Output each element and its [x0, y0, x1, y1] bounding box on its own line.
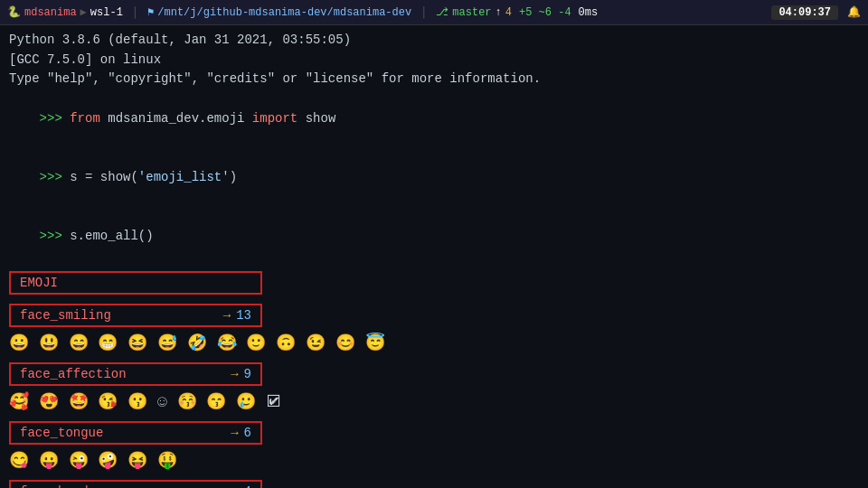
help-line: Type "help", "copyright", "credits" or "… — [9, 70, 859, 89]
clock: 04:09:37 — [771, 5, 838, 20]
sep3: │ — [420, 6, 427, 19]
path: /mnt/j/github-mdsanima-dev/mdsanima-dev — [157, 6, 411, 19]
face-tongue-label: face_tongue — [20, 426, 103, 440]
git-stats: +5 ~6 -4 — [519, 6, 571, 19]
face-tongue-emojis: 😋 😛 😜 🤪 😝 🤑 — [9, 448, 859, 474]
python-icon: 🐍 — [7, 5, 21, 19]
import-line: >>> from mdsanima_dev.emoji import show — [9, 89, 859, 148]
branch: master — [452, 6, 491, 19]
face-hand-section: face_hand → 4 🤗 🤭 🤫 😶 — [9, 480, 859, 488]
bell-icon: 🔔 — [847, 5, 861, 19]
arrow-up: ↑ — [495, 6, 502, 19]
count-hand: 4 — [244, 484, 251, 488]
face-hand-label: face_hand — [20, 484, 89, 488]
username: mdsanima — [24, 6, 77, 19]
commits: 4 — [505, 6, 512, 19]
branch-icon: ⎇ — [436, 5, 448, 19]
face-tongue-section: face_tongue → 6 😋 😛 😜 🤪 😝 🤑 — [9, 421, 859, 474]
face-tongue-count-group: → 6 — [231, 426, 251, 440]
show-line: >>> s = show('emoji_list') — [9, 148, 859, 207]
sep1: ▶ — [80, 5, 87, 19]
arrow-tongue: → — [231, 426, 238, 440]
ms-label: 0ms — [579, 6, 599, 19]
python-version-line: Python 3.8.6 (default, Jan 31 2021, 03:5… — [9, 31, 859, 51]
face-smiling-count-group: → 13 — [223, 308, 251, 323]
arrow-smiling: → — [223, 308, 231, 323]
count-tongue: 6 — [244, 426, 251, 440]
face-smiling-box: face_smiling → 13 — [9, 304, 262, 327]
face-hand-count-group: → 4 — [231, 484, 251, 488]
emoji-title-text: EMOJI — [20, 276, 58, 290]
count-affection: 9 — [244, 367, 251, 381]
emo-all-line: >>> s.emo_all() — [9, 207, 859, 266]
face-smiling-label: face_smiling — [20, 308, 111, 323]
path-icon: ⚑ — [147, 5, 154, 19]
prompt2: >>> — [40, 170, 71, 184]
wsl-label: wsl-1 — [90, 6, 123, 19]
count-smiling: 13 — [236, 308, 251, 323]
prompt3: >>> — [40, 229, 71, 243]
face-affection-count-group: → 9 — [231, 367, 251, 381]
sep2: │ — [132, 6, 138, 19]
face-affection-box: face_affection → 9 — [9, 362, 262, 386]
face-affection-emojis: 🥰 😍 🤩 😘 😗 ☺ 😚 😙 🥲 🗹 — [9, 389, 859, 416]
topbar: 🐍 mdsanima ▶ wsl-1 │ ⚑ /mnt/j/github-mds… — [0, 0, 868, 25]
terminal: Python 3.8.6 (default, Jan 31 2021, 03:5… — [0, 25, 868, 488]
arrow-hand: → — [231, 484, 238, 488]
arrow-affection: → — [231, 367, 238, 381]
face-hand-box: face_hand → 4 — [9, 480, 262, 488]
face-smiling-section: face_smiling → 13 😀 😃 😄 😁 😆 😅 🤣 😂 🙂 🙃 😉 … — [9, 304, 859, 357]
gcc-line: [GCC 7.5.0] on linux — [9, 51, 859, 70]
face-affection-label: face_affection — [20, 367, 127, 381]
face-affection-section: face_affection → 9 🥰 😍 🤩 😘 😗 ☺ 😚 😙 🥲 🗹 — [9, 362, 859, 416]
emoji-title-section: EMOJI — [9, 271, 859, 298]
emoji-title-box: EMOJI — [9, 271, 262, 295]
face-tongue-box: face_tongue → 6 — [9, 421, 262, 445]
prompt1: >>> — [40, 111, 71, 126]
face-smiling-emojis: 😀 😃 😄 😁 😆 😅 🤣 😂 🙂 🙃 😉 😊 😇 — [9, 331, 859, 357]
